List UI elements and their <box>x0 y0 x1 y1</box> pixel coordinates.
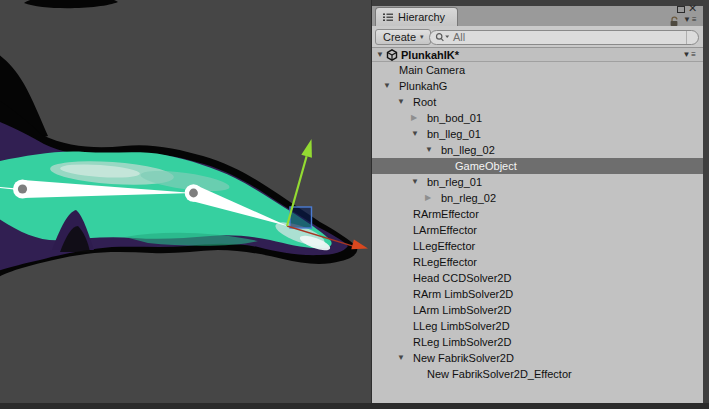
scene-header-row[interactable]: ▼ PlunkahIK* ▼≡ <box>372 48 703 62</box>
bone-joint-dot <box>18 184 27 193</box>
row-label: bn_bod_01 <box>427 112 482 124</box>
search-filter-value: All <box>453 31 465 44</box>
row-label: RLeg LimbSolver2D <box>413 336 511 348</box>
row-label: bn_rleg_02 <box>441 192 496 204</box>
hierarchy-row[interactable]: New FabrikSolver2D_Effector <box>372 366 703 382</box>
hierarchy-row[interactable]: RArm LimbSolver2D <box>372 286 703 302</box>
hierarchy-row[interactable]: RLegEffector <box>372 254 703 270</box>
search-cancel-divider <box>686 31 687 44</box>
scene-name-label: PlunkahIK* <box>401 49 459 61</box>
hierarchy-row[interactable]: Head CCDSolver2D <box>372 270 703 286</box>
search-filter-icon[interactable] <box>435 32 450 43</box>
hierarchy-row[interactable]: RArmEffector <box>372 206 703 222</box>
foldout-triangle[interactable]: ▶ <box>425 190 441 206</box>
hierarchy-row[interactable]: LArmEffector <box>372 222 703 238</box>
hierarchy-toolbar: Create ▾ All <box>372 26 703 48</box>
foldout-triangle[interactable]: ▶ <box>411 110 427 126</box>
chevron-down-icon: ▾ <box>420 30 424 44</box>
hierarchy-row[interactable]: ▼New FabrikSolver2D <box>372 350 703 366</box>
row-label: RArmEffector <box>413 208 479 220</box>
row-label: LLegEffector <box>413 240 475 252</box>
hierarchy-row[interactable]: ▼bn_rleg_01 <box>372 174 703 190</box>
foldout-triangle[interactable]: ▼ <box>397 350 413 366</box>
foldout-triangle[interactable]: ▼ <box>411 174 427 190</box>
hierarchy-row[interactable]: RLeg LimbSolver2D <box>372 334 703 350</box>
hierarchy-row[interactable]: LLeg LimbSolver2D <box>372 318 703 334</box>
row-label: New FabrikSolver2D_Effector <box>427 368 572 380</box>
create-button-label: Create <box>383 30 416 44</box>
hierarchy-row[interactable]: ▶bn_bod_01 <box>372 110 703 126</box>
row-label: Root <box>413 96 436 108</box>
hierarchy-row[interactable]: ▼bn_lleg_01 <box>372 126 703 142</box>
row-label: RLegEffector <box>413 256 477 268</box>
maximize-icon[interactable] <box>677 6 685 13</box>
hierarchy-row[interactable]: Main Camera <box>372 62 703 78</box>
hierarchy-row[interactable]: LLegEffector <box>372 238 703 254</box>
row-label: RArm LimbSolver2D <box>413 288 513 300</box>
pane-menu-icon[interactable]: ▼≡ <box>683 15 698 24</box>
hierarchy-row[interactable]: ▼PlunkahG <box>372 78 703 94</box>
foldout-triangle[interactable]: ▼ <box>425 142 441 158</box>
row-label: bn_rleg_01 <box>427 176 482 188</box>
row-label: Head CCDSolver2D <box>413 272 511 284</box>
row-label: LArmEffector <box>413 224 477 236</box>
row-label: Main Camera <box>399 64 465 76</box>
hierarchy-panel: Hierarchy ✕ ▼≡ Create ▾ All <box>371 0 703 403</box>
foldout-triangle[interactable]: ▼ <box>397 94 413 110</box>
window-right-edge <box>703 0 709 403</box>
hierarchy-row[interactable]: ▼Root <box>372 94 703 110</box>
row-label: LArm LimbSolver2D <box>413 304 511 316</box>
scene-view[interactable] <box>0 0 371 403</box>
window-bottom-edge <box>0 403 709 409</box>
unity-editor-window: Hierarchy ✕ ▼≡ Create ▾ All <box>0 0 709 409</box>
foldout-triangle[interactable]: ▼ <box>376 50 386 59</box>
unity-cube-icon <box>386 49 398 61</box>
tab-label: Hierarchy <box>398 8 445 26</box>
foldout-triangle[interactable]: ▼ <box>411 126 427 142</box>
close-icon[interactable]: ✕ <box>688 2 697 15</box>
scene-menu-icon[interactable]: ▼≡ <box>682 50 697 59</box>
search-input[interactable]: All <box>429 30 699 45</box>
hierarchy-list-icon <box>382 12 394 22</box>
foldout-triangle[interactable]: ▼ <box>383 78 399 94</box>
hierarchy-rows: Main Camera▼PlunkahG▼Root▶bn_bod_01▼bn_l… <box>372 62 703 382</box>
row-label: LLeg LimbSolver2D <box>413 320 510 332</box>
bone-joint-dot <box>189 189 198 198</box>
row-label: New FabrikSolver2D <box>413 352 514 364</box>
tab-bar: Hierarchy ✕ ▼≡ <box>372 6 703 26</box>
hierarchy-row[interactable]: ▶bn_rleg_02 <box>372 190 703 206</box>
gizmo-xy-plane-handle[interactable] <box>290 207 312 228</box>
row-label: PlunkahG <box>399 80 447 92</box>
create-button[interactable]: Create ▾ <box>375 29 431 45</box>
row-label: bn_lleg_01 <box>427 128 481 140</box>
row-label: bn_lleg_02 <box>441 144 495 156</box>
tab-hierarchy[interactable]: Hierarchy <box>375 7 458 26</box>
row-label: GameObject <box>455 160 517 172</box>
hierarchy-row[interactable]: LArm LimbSolver2D <box>372 302 703 318</box>
hierarchy-row[interactable]: GameObject <box>372 158 703 174</box>
hierarchy-row[interactable]: ▼bn_lleg_02 <box>372 142 703 158</box>
